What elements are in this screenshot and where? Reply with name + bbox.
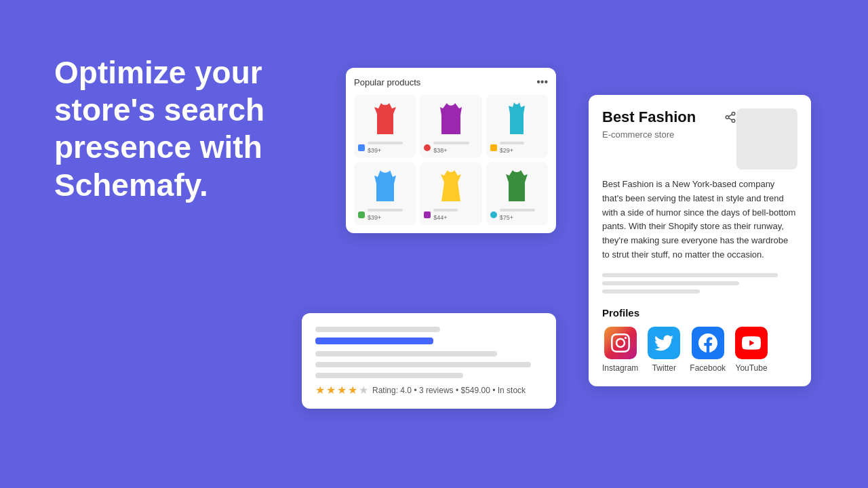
profile-instagram[interactable]: Instagram [602, 327, 638, 373]
profiles-title: Profiles [602, 307, 797, 319]
search-line-4 [315, 373, 463, 378]
star-2: ★ [326, 384, 336, 396]
dress-icon [372, 167, 399, 205]
product-bar [368, 209, 403, 211]
search-meta-text: Rating: 4.0 • 3 reviews • $549.00 • In s… [372, 386, 526, 395]
profile-youtube[interactable]: YouTube [735, 327, 768, 373]
product-bar-container: $44+ [433, 209, 477, 221]
youtube-label: YouTube [735, 363, 767, 373]
products-menu-icon[interactable]: ••• [536, 76, 548, 88]
hero-line1: Optimize your [54, 55, 262, 90]
product-bar-container: $39+ [368, 209, 412, 221]
star-1: ★ [315, 384, 325, 396]
dress-icon [372, 100, 399, 138]
profile-twitter[interactable]: Twitter [648, 327, 680, 373]
product-item[interactable]: $39+ [354, 95, 416, 158]
products-grid: $39+ $38+ [354, 95, 548, 225]
svg-point-2 [732, 119, 735, 123]
product-price: $44+ [433, 214, 477, 221]
product-item[interactable]: $29+ [486, 95, 548, 158]
product-item[interactable]: $75+ [486, 162, 548, 225]
product-bar [500, 142, 524, 144]
products-card-title: Popular products [354, 77, 420, 87]
hero-line2: store's search [54, 92, 264, 127]
search-line-url [315, 338, 433, 344]
profiles-section: Profiles Instagram Twitter [602, 307, 797, 373]
product-bar-container: $39+ [368, 142, 412, 154]
facebook-svg [698, 333, 717, 352]
extra-line-3 [602, 289, 700, 293]
hero-text: Optimize your store's search presence wi… [54, 54, 312, 204]
twitter-label: Twitter [652, 363, 676, 373]
hero-line4: Schemafy. [54, 167, 208, 203]
instagram-svg [611, 333, 630, 352]
product-item[interactable]: $38+ [420, 95, 481, 158]
product-icon [358, 211, 365, 218]
youtube-svg [742, 333, 761, 352]
profile-facebook[interactable]: Facebook [690, 327, 726, 373]
instagram-icon [604, 327, 637, 359]
search-line-1 [315, 327, 440, 332]
business-type: E-commerce store [602, 129, 736, 140]
business-thumbnail [736, 108, 797, 169]
business-card: Best Fashion E-commerce store Best Fashi… [589, 95, 811, 386]
product-bar [433, 142, 469, 144]
search-rating-row: ★ ★ ★ ★ ★ Rating: 4.0 • 3 reviews • $549… [315, 384, 542, 396]
product-bar [433, 209, 458, 211]
extra-line-1 [602, 273, 778, 277]
product-bar-container: $75+ [500, 209, 544, 221]
facebook-icon [692, 327, 724, 359]
business-header: Best Fashion [602, 108, 736, 127]
product-icon [358, 144, 365, 151]
product-icon [424, 144, 431, 151]
star-4: ★ [348, 384, 357, 396]
product-icon [424, 211, 431, 218]
profiles-grid: Instagram Twitter Facebook [602, 327, 797, 373]
business-name: Best Fashion [602, 108, 696, 126]
product-price: $38+ [433, 147, 477, 154]
search-line-3 [315, 362, 531, 367]
dress-icon [437, 100, 465, 138]
extra-line-2 [602, 281, 739, 285]
star-rating: ★ ★ ★ ★ ★ [315, 384, 368, 396]
instagram-label: Instagram [602, 363, 638, 373]
svg-line-4 [728, 115, 732, 117]
svg-line-3 [728, 118, 732, 120]
product-bar [368, 142, 403, 144]
dress-icon [437, 167, 465, 205]
share-icon[interactable] [724, 111, 736, 127]
business-extra-lines [602, 273, 797, 293]
product-price: $29+ [500, 147, 544, 154]
star-5: ★ [359, 384, 368, 396]
dress-icon [503, 167, 530, 205]
products-card-header: Popular products ••• [354, 76, 548, 88]
facebook-label: Facebook [690, 363, 726, 373]
products-card: Popular products ••• $39+ [346, 68, 556, 233]
product-icon [490, 211, 497, 218]
product-item[interactable]: $44+ [420, 162, 481, 225]
hero-line3: presence with [54, 129, 262, 165]
svg-point-1 [726, 116, 729, 119]
product-icon [490, 144, 497, 151]
product-price: $39+ [368, 147, 412, 154]
business-top-row: Best Fashion E-commerce store [602, 108, 797, 169]
svg-point-0 [732, 113, 735, 116]
star-3: ★ [337, 384, 347, 396]
dress-icon [503, 100, 530, 138]
business-info-left: Best Fashion E-commerce store [602, 108, 736, 140]
product-price: $39+ [368, 214, 412, 221]
product-bar-container: $38+ [433, 142, 477, 154]
search-line-2 [315, 351, 497, 357]
product-bar-container: $29+ [500, 142, 544, 154]
product-bar [500, 209, 535, 211]
product-item[interactable]: $39+ [354, 162, 416, 225]
search-result-card: ★ ★ ★ ★ ★ Rating: 4.0 • 3 reviews • $549… [302, 313, 556, 409]
twitter-icon [648, 327, 680, 359]
youtube-icon [735, 327, 768, 359]
business-description: Best Fashion is a New York-based company… [602, 178, 797, 262]
product-price: $75+ [500, 214, 544, 221]
twitter-svg [654, 333, 673, 352]
